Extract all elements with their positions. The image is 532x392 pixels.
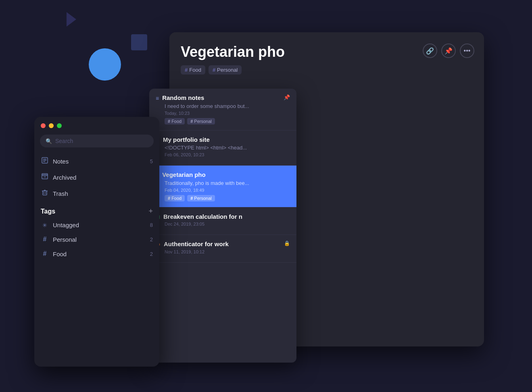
close-button[interactable] [41,123,46,128]
untagged-label: Untagged [53,222,146,228]
decorative-arrow [67,12,76,27]
sidebar-item-trash[interactable]: Trash [34,185,159,201]
note-item-preview: I need to order some shampoo but... [165,103,290,109]
decorative-circle [89,48,121,81]
archive-icon [41,173,49,181]
window-controls [34,117,159,133]
more-button[interactable]: ••• [460,44,474,58]
svg-rect-5 [42,174,48,175]
sidebar-item-notes[interactable]: Notes 5 [34,153,159,169]
note-tag-personal: # Personal [187,195,215,201]
note-item-header: ≡ Random notes 📌 [156,94,290,102]
personal-count: 2 [150,236,153,243]
paperclip-button[interactable]: 🔗 [423,44,437,58]
note-item-header: ≡ Vegetarian pho [156,171,290,178]
note-item-tags: # Food # Personal [165,195,290,201]
pin-icon: 📌 [284,94,290,100]
tag-food-label: Food [189,67,201,73]
untagged-icon: ✳ [41,222,49,228]
search-icon: 🔍 [46,138,52,144]
note-item-random-notes[interactable]: ≡ Random notes 📌 I need to order some sh… [149,89,296,131]
food-hash-icon: # [41,250,49,257]
note-list-icon: ≡ [156,95,159,102]
sidebar-tag-untagged[interactable]: ✳ Untagged 8 [34,218,159,232]
note-item-date: Dec 24, 2019, 23:05 [165,222,290,226]
note-item-tags: # Food # Personal [165,118,290,124]
note-item-preview: Traditionally, pho is made with bee... [165,180,290,186]
untagged-count: 8 [150,222,153,228]
note-tag-food: # Food [165,118,185,124]
note-item-title: My portfolio site [163,136,290,143]
tag-chip-personal[interactable]: # Personal [209,65,242,75]
pin-button[interactable]: 📌 [441,44,456,58]
food-label: Food [53,251,146,257]
sidebar-item-archived[interactable]: Archived [34,169,159,185]
maximize-button[interactable] [57,123,62,128]
personal-label: Personal [53,236,146,243]
lock-icon: 🔒 [284,241,290,246]
trash-label: Trash [53,190,149,197]
notes-label: Notes [53,158,146,165]
note-item-header: ↻ Authenticator for work 🔒 [156,241,290,248]
note-item-date: Today, 10:23 [165,111,290,116]
note-item-title: Breakeven calculation for n [163,213,290,220]
note-item-authenticator[interactable]: ↻ Authenticator for work 🔒 Nov 11, 2019,… [149,235,296,263]
archived-label: Archived [53,174,149,181]
note-item-portfolio[interactable]: ⟨⟩ My portfolio site <!DOCTYPE html> <ht… [149,131,296,166]
note-item-breakeven[interactable]: ⊞ Breakeven calculation for n Dec 24, 20… [149,207,296,235]
tag-chip-food[interactable]: # Food [181,65,205,75]
search-placeholder: Search [55,138,73,144]
personal-hash-icon: # [41,236,49,243]
note-item-title: Authenticator for work [164,241,281,247]
hash-icon: # [213,67,215,73]
note-item-title: Random notes [162,94,280,101]
notes-count: 5 [150,158,153,164]
minimize-button[interactable] [49,123,54,128]
notes-list-panel: ◀ ≡ Random notes 📌 I need to order some … [149,89,296,363]
hash-icon: # [185,67,188,73]
search-bar[interactable]: 🔍 Search [40,135,154,147]
note-detail-tags: # Food # Personal [181,65,473,75]
sidebar-tag-personal[interactable]: # Personal 2 [34,232,159,247]
decorative-rect [131,34,147,50]
note-item-header: ⟨⟩ My portfolio site [156,136,290,143]
note-item-title: Vegetarian pho [162,171,290,178]
sidebar-tag-food[interactable]: # Food 2 [34,247,159,261]
add-tag-button[interactable]: + [148,207,153,216]
svg-rect-7 [43,191,47,195]
note-item-date: Nov 11, 2019, 10:12 [165,249,290,254]
note-tag-personal: # Personal [187,118,215,124]
tags-section-label: Tags [41,208,55,215]
note-toolbar: 🔗 📌 ••• [423,44,474,58]
note-item-header: ⊞ Breakeven calculation for n [156,213,290,220]
notes-icon [41,157,49,165]
note-item-date: Feb 06, 2020, 10:23 [165,152,290,157]
note-item-vegetarian-pho[interactable]: ≡ Vegetarian pho Traditionally, pho is m… [149,166,296,207]
tag-personal-label: Personal [217,67,238,73]
tags-section-header: Tags + [34,201,159,218]
note-tag-food: # Food [165,195,185,201]
food-count: 2 [150,251,153,257]
trash-icon [41,189,49,197]
note-item-preview: <!DOCTYPE html> <html> <head... [165,145,290,151]
sidebar-window: 🔍 Search Notes 5 Archived [34,117,159,367]
note-item-date: Feb 04, 2020, 18:49 [165,188,290,193]
